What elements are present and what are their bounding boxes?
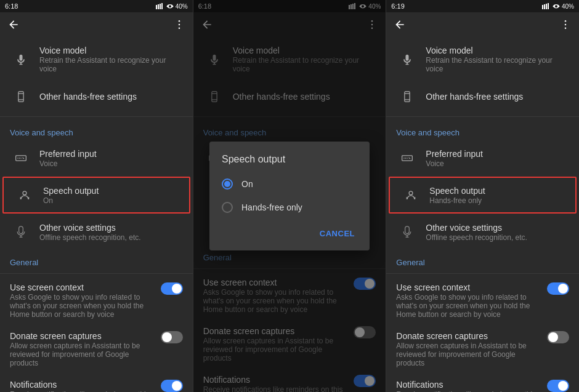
phone-icon xyxy=(396,86,418,108)
svg-rect-7 xyxy=(18,92,23,102)
svg-rect-42 xyxy=(546,4,547,9)
svg-rect-43 xyxy=(548,3,549,9)
item-subtitle: Retrain the Assistant to recognize your … xyxy=(426,56,569,73)
item-title: Other voice settings xyxy=(426,223,569,233)
item-title: Speech output xyxy=(429,186,565,196)
dialog-actions: CANCEL xyxy=(209,219,370,250)
item-title: Other hands-free settings xyxy=(426,92,569,102)
toggle-switch[interactable] xyxy=(161,380,183,392)
radio-circle[interactable] xyxy=(222,178,233,190)
mic-icon xyxy=(396,49,418,71)
svg-point-5 xyxy=(178,24,180,26)
speech-output-dialog: Speech output On Hands-free only CANCEL xyxy=(209,142,370,250)
settings-content: Voice model Retrain the Assistant to rec… xyxy=(0,39,193,392)
top-bar xyxy=(386,12,579,39)
toggle-switch[interactable] xyxy=(161,331,183,343)
section-header-0: Voice and speech xyxy=(386,119,579,141)
item-subtitle: Offline speech recognition, etc. xyxy=(39,233,183,242)
item-title: Other voice settings xyxy=(39,223,183,233)
cancel-button[interactable]: CANCEL xyxy=(312,224,362,243)
top-item-1[interactable]: Other hands-free settings xyxy=(386,79,579,114)
person-icon xyxy=(14,184,36,206)
back-button[interactable] xyxy=(5,16,22,36)
panel-3: 6:19 40% Voice model Retrain the Assista… xyxy=(386,0,579,392)
toggle-subtitle: Allow screen captures in Assistant to be… xyxy=(396,342,542,367)
toggle-item-0[interactable]: Use screen context Asks Google to show y… xyxy=(0,276,193,325)
toggle-switch[interactable] xyxy=(161,282,183,295)
svg-rect-47 xyxy=(405,92,410,102)
svg-rect-3 xyxy=(161,3,163,9)
status-icons: 40% xyxy=(156,3,188,10)
more-button[interactable] xyxy=(557,16,574,36)
top-item-0[interactable]: Voice model Retrain the Assistant to rec… xyxy=(386,39,579,79)
toggle-switch[interactable] xyxy=(547,331,569,343)
dialog-option-1[interactable]: Hands-free only xyxy=(209,196,370,219)
svg-line-14 xyxy=(23,158,25,159)
status-bar: 6:19 40% xyxy=(386,0,579,12)
svg-point-4 xyxy=(178,20,180,22)
more-button[interactable] xyxy=(171,16,188,36)
toggle-item-2[interactable]: Notifications Receive notifications like… xyxy=(386,374,579,392)
svg-rect-40 xyxy=(542,5,543,9)
section-0-item-0[interactable]: Preferred input Voice xyxy=(0,141,193,175)
top-item-0[interactable]: Voice model Retrain the Assistant to rec… xyxy=(0,39,193,79)
section-1-item-0[interactable]: Other voice settings Offline speech reco… xyxy=(0,215,193,249)
person-icon xyxy=(400,184,422,206)
panel-1: 6:18 40% Voice model Retrain the Assista… xyxy=(0,0,193,392)
section-0-item-0[interactable]: Preferred input Voice xyxy=(386,141,579,175)
toggle-subtitle: Asks Google to show you info related to … xyxy=(396,293,542,319)
toggle-item-1[interactable]: Donate screen captures Allow screen capt… xyxy=(386,325,579,374)
item-subtitle: Retrain the Assistant to recognize your … xyxy=(39,56,183,73)
toggle-title: Notifications xyxy=(396,380,542,390)
toggle-title: Donate screen captures xyxy=(10,331,156,341)
toggle-item-2[interactable]: Notifications Receive notifications like… xyxy=(0,374,193,392)
item-title: Other hands-free settings xyxy=(39,92,183,102)
top-item-1[interactable]: Other hands-free settings xyxy=(0,79,193,114)
item-title: Preferred input xyxy=(426,149,569,159)
item-subtitle: Voice xyxy=(39,159,183,168)
section-0-item-1[interactable]: Speech output Hands-free only xyxy=(389,177,577,214)
settings-content: Voice model Retrain the Assistant to rec… xyxy=(386,39,579,392)
item-title: Voice model xyxy=(426,46,569,55)
item-subtitle: Offline speech recognition, etc. xyxy=(426,233,569,242)
svg-point-55 xyxy=(409,191,413,195)
radio-label: Hands-free only xyxy=(241,202,302,212)
mic2-icon xyxy=(10,221,32,243)
radio-circle[interactable] xyxy=(222,202,233,213)
toggle-title: Use screen context xyxy=(396,282,542,292)
phone-icon xyxy=(10,86,32,108)
svg-point-6 xyxy=(178,28,180,30)
section-0-item-1[interactable]: Speech output On xyxy=(2,177,190,214)
back-button[interactable] xyxy=(391,16,408,36)
section-1-item-0[interactable]: Other voice settings Offline speech reco… xyxy=(386,215,579,249)
toggle-subtitle: Asks Google to show you info related to … xyxy=(10,293,156,319)
svg-point-46 xyxy=(565,28,567,30)
toggle-title: Notifications xyxy=(10,380,156,390)
section-header-2: General xyxy=(0,249,193,271)
panel-2: 6:18 40% Voice model Retrain the Assista… xyxy=(193,0,387,392)
svg-rect-41 xyxy=(544,4,545,9)
radio-label: On xyxy=(241,179,253,189)
toggle-switch[interactable] xyxy=(547,380,569,392)
svg-point-44 xyxy=(565,20,567,22)
status-time: 6:19 xyxy=(391,2,404,10)
item-title: Preferred input xyxy=(39,149,183,159)
toggle-switch[interactable] xyxy=(547,282,569,295)
modal-overlay: Speech output On Hands-free only CANCEL xyxy=(193,0,386,392)
mic2-icon xyxy=(396,221,418,243)
input-icon xyxy=(10,147,32,169)
input-icon xyxy=(396,147,418,169)
toggle-item-1[interactable]: Donate screen captures Allow screen capt… xyxy=(0,325,193,374)
dialog-option-0[interactable]: On xyxy=(209,172,370,196)
svg-rect-0 xyxy=(156,5,157,9)
toggle-item-0[interactable]: Use screen context Asks Google to show y… xyxy=(386,276,579,325)
mic-icon xyxy=(10,49,32,71)
dialog-title: Speech output xyxy=(209,142,370,172)
item-title: Speech output xyxy=(43,186,179,196)
section-header-2: General xyxy=(386,249,579,271)
svg-point-15 xyxy=(23,191,26,195)
status-bar: 6:18 40% xyxy=(0,0,193,12)
toggle-subtitle: Allow screen captures in Assistant to be… xyxy=(10,342,156,367)
svg-rect-2 xyxy=(160,4,161,9)
item-title: Voice model xyxy=(39,46,183,55)
